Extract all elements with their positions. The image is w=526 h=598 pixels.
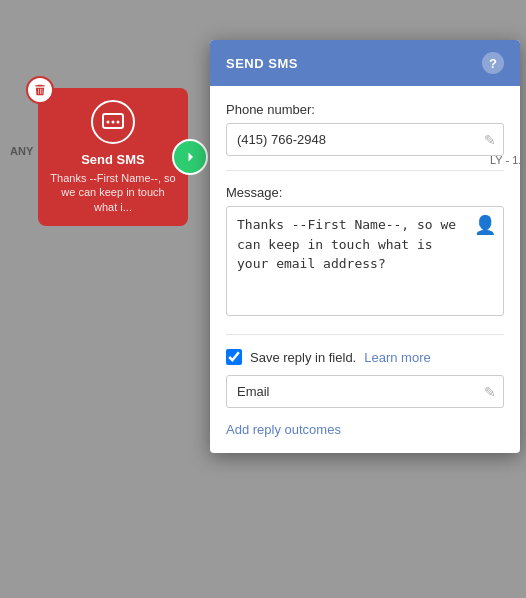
right-canvas-label: LY - 1. <box>490 154 526 166</box>
sms-node-icon <box>91 100 135 144</box>
email-field-wrap: ✎ <box>226 375 504 408</box>
panel-header: SEND SMS ? <box>210 40 520 86</box>
svg-point-2 <box>117 121 120 124</box>
any-label: ANY <box>10 145 33 157</box>
message-label: Message: <box>226 185 504 200</box>
svg-point-0 <box>107 121 110 124</box>
panel-title: SEND SMS <box>226 56 298 71</box>
email-edit-icon[interactable]: ✎ <box>484 384 496 400</box>
svg-point-1 <box>112 121 115 124</box>
trash-icon <box>33 83 47 97</box>
email-field-input[interactable] <box>226 375 504 408</box>
sms-node-description: Thanks --First Name--, so we can keep in… <box>50 171 176 214</box>
save-reply-row: Save reply in field. Learn more <box>226 349 504 365</box>
panel-body: Phone number: ✎ Message: Thanks --First … <box>210 86 520 453</box>
phone-number-field-wrap: ✎ <box>226 123 504 156</box>
learn-more-link[interactable]: Learn more <box>364 350 430 365</box>
phone-number-label: Phone number: <box>226 102 504 117</box>
delete-node-button[interactable] <box>26 76 54 104</box>
sms-dots-icon <box>101 110 125 134</box>
arrow-right-icon <box>181 148 199 166</box>
sms-node-title: Send SMS <box>50 152 176 167</box>
sms-node: Send SMS Thanks --First Name--, so we ca… <box>38 88 188 226</box>
save-reply-label: Save reply in field. <box>250 350 356 365</box>
sms-node-next-arrow[interactable] <box>172 139 208 175</box>
phone-number-edit-icon[interactable]: ✎ <box>484 132 496 148</box>
save-reply-checkbox[interactable] <box>226 349 242 365</box>
divider-2 <box>226 334 504 335</box>
person-icon: 👤 <box>474 214 496 236</box>
divider-1 <box>226 170 504 171</box>
send-sms-panel: SEND SMS ? Phone number: ✎ Message: Than… <box>210 40 520 453</box>
add-reply-outcomes-link[interactable]: Add reply outcomes <box>226 422 504 437</box>
message-textarea[interactable]: Thanks --First Name--, so we can keep in… <box>226 206 504 316</box>
phone-number-input[interactable] <box>226 123 504 156</box>
message-field-wrap: Thanks --First Name--, so we can keep in… <box>226 206 504 320</box>
help-button[interactable]: ? <box>482 52 504 74</box>
